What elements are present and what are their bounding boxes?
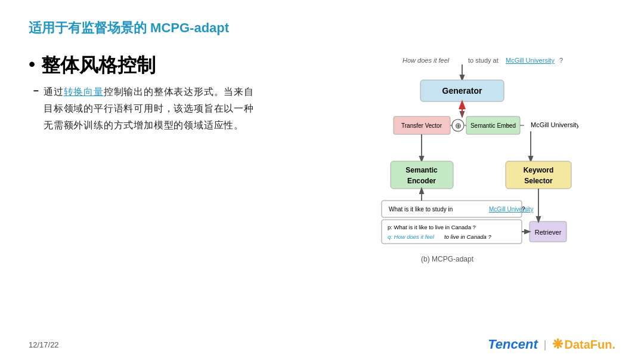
svg-text:q: How does it feel: q: How does it feel [388, 233, 435, 240]
diagram-svg: How does it feel to study at McGill Univ… [316, 48, 578, 269]
slide-container: 适用于有监督场景的 MCPG-adapt • 整体风格控制 – 通过转换向量控制… [0, 0, 644, 363]
svg-text:?: ? [522, 206, 525, 213]
logo-divider: | [544, 339, 547, 351]
svg-text:How does it feel: How does it feel [402, 57, 450, 64]
right-panel: How does it feel to study at McGill Univ… [279, 48, 615, 269]
svg-text:Semantic: Semantic [405, 166, 438, 174]
dash-symbol: – [33, 85, 39, 96]
svg-text:to study at: to study at [468, 57, 499, 64]
svg-text:What is it like to study in: What is it like to study in [389, 206, 453, 213]
left-panel: • 整体风格控制 – 通过转换向量控制输出的整体表达形式。当来自目标领域的平行语… [29, 48, 255, 134]
sub-bullet: – 通过转换向量控制输出的整体表达形式。当来自目标领域的平行语料可用时，该选项旨… [33, 84, 255, 134]
svg-rect-27 [382, 220, 522, 244]
sub-bullet-text: 通过转换向量控制输出的整体表达形式。当来自目标领域的平行语料可用时，该选项旨在以… [44, 84, 255, 134]
datafun-sun-icon: ❋ [552, 337, 563, 352]
svg-text:Retriever: Retriever [535, 229, 562, 236]
svg-text:Transfer Vector: Transfer Vector [401, 122, 442, 129]
svg-text:McGill University: McGill University [506, 57, 555, 64]
datafun-logo-group: ❋ DataFun. [552, 337, 615, 352]
svg-text:(b) MCPG-adapt: (b) MCPG-adapt [421, 255, 474, 263]
svg-text:Keyword: Keyword [524, 166, 554, 174]
svg-text:McGill University: McGill University [489, 206, 533, 213]
bullet-dot: • [29, 54, 35, 75]
datafun-text: DataFun. [564, 338, 615, 352]
footer-date: 12/17/22 [29, 340, 59, 349]
svg-text:⊕: ⊕ [455, 121, 462, 130]
svg-text:McGill University: McGill University [531, 121, 578, 128]
highlight-transfer-vector: 转换向量 [64, 87, 104, 97]
svg-text:Generator: Generator [442, 86, 482, 96]
diagram-container: How does it feel to study at McGill Univ… [316, 48, 578, 269]
tencent-logo: Tencent [488, 337, 538, 352]
svg-text:p: What is it like to live in : p: What is it like to live in Canada ? [388, 224, 476, 230]
main-bullet: • 整体风格控制 [29, 54, 255, 76]
footer-logo: Tencent | ❋ DataFun. [488, 337, 615, 352]
slide-title: 适用于有监督场景的 MCPG-adapt [29, 19, 615, 37]
svg-text:?: ? [559, 57, 563, 64]
svg-text:Selector: Selector [524, 177, 553, 185]
content-area: • 整体风格控制 – 通过转换向量控制输出的整体表达形式。当来自目标领域的平行语… [29, 48, 615, 269]
svg-text:to live in Canada ?: to live in Canada ? [444, 233, 491, 240]
slide-footer: 12/17/22 Tencent | ❋ DataFun. [29, 337, 615, 352]
svg-text:Encoder: Encoder [407, 177, 436, 185]
main-bullet-text: 整体风格控制 [41, 54, 156, 76]
